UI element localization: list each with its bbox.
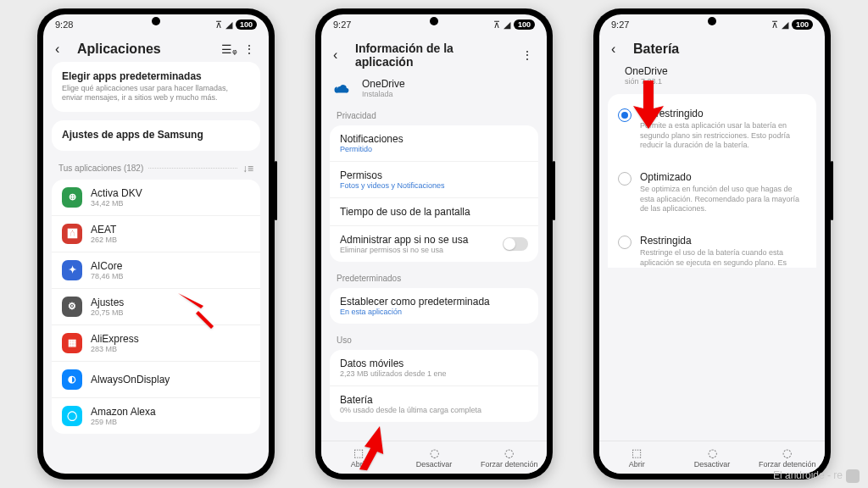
settings-row[interactable]: Batería0% usado desde la última carga co… (330, 386, 538, 422)
disable-icon: ◌ (675, 446, 750, 459)
app-name: Ajustes (91, 297, 124, 308)
back-icon[interactable]: ‹ (611, 42, 625, 57)
status-icons: ⊼ ◢ 100 (493, 19, 535, 30)
app-size: 34,42 MB (91, 199, 142, 208)
signal-icon: ◢ (225, 19, 232, 30)
settings-row[interactable]: Establecer como predeterminadaEn esta ap… (330, 288, 538, 324)
screen-header: ‹ Batería (599, 35, 825, 62)
page-title: Información de la aplicación (355, 42, 515, 69)
wifi-icon: ⊼ (771, 19, 778, 30)
app-size: 78,46 MB (91, 272, 124, 280)
signal-icon: ◢ (504, 19, 510, 30)
svg-marker-1 (359, 426, 383, 470)
more-icon[interactable]: ⋮ (242, 42, 257, 56)
app-size: 283 MB (91, 345, 139, 353)
option-title: Restringida (640, 235, 806, 247)
app-row[interactable]: ◐ AlwaysOnDisplay (52, 362, 260, 398)
battery-pill: 100 (236, 19, 257, 30)
usage-card: Datos móviles2,23 MB utilizados desde 1 … (330, 350, 538, 422)
disable-icon: ◌ (397, 446, 472, 459)
watermark-logo-icon (846, 469, 860, 483)
svg-marker-0 (178, 293, 214, 329)
phone-frame-appinfo: 9:27 ⊼ ◢ 100 ‹ Información de la aplicac… (315, 8, 553, 480)
settings-row[interactable]: Administrar app si no se usaEliminar per… (330, 226, 538, 262)
wifi-icon: ⊼ (493, 19, 500, 30)
force-icon: ◌ (749, 446, 825, 459)
app-name: AlwaysOnDisplay (91, 374, 170, 385)
onedrive-icon (331, 77, 353, 99)
default-apps-card[interactable]: Elegir apps predeterminadas Elige qué ap… (52, 62, 260, 112)
status-time: 9:28 (55, 19, 73, 30)
app-row[interactable]: 🅰 AEAT 262 MB (52, 216, 260, 252)
watermark: El androide - re (773, 469, 860, 483)
row-label: Establecer como predeterminada (340, 296, 528, 308)
app-size: 20,75 MB (91, 308, 124, 317)
row-label: Tiempo de uso de la pantalla (340, 206, 528, 218)
app-row[interactable]: ▦ AliExpress 283 MB (52, 325, 260, 362)
app-name: AICore (91, 260, 124, 272)
app-name: Amazon Alexa (91, 406, 156, 418)
radio-button[interactable] (618, 236, 632, 249)
app-icon: ⊕ (62, 187, 82, 208)
card-title: Ajustes de apps de Samsung (62, 129, 250, 141)
app-icon: ⚙ (62, 297, 82, 317)
section-defaults: Predeterminados (330, 270, 538, 288)
settings-row[interactable]: Tiempo de uso de la pantalla (330, 198, 538, 226)
sort-icon[interactable]: ↓≡ (242, 163, 253, 175)
wifi-icon: ⊼ (215, 19, 222, 30)
app-icon: ◯ (62, 406, 82, 426)
disable-button[interactable]: ◌Desactivar (675, 441, 750, 474)
status-icons: ⊼ ◢ 100 (215, 19, 257, 30)
battery-pill: 100 (514, 19, 535, 30)
radio-button[interactable] (618, 172, 632, 186)
row-label: Notificaciones (340, 133, 528, 145)
settings-row[interactable]: Datos móviles2,23 MB utilizados desde 1 … (330, 350, 538, 386)
app-sub: Instalada (362, 90, 405, 98)
svg-marker-2 (633, 80, 664, 129)
red-arrow-icon (623, 80, 674, 131)
toggle-switch[interactable] (503, 237, 528, 251)
red-arrow-icon (173, 288, 224, 339)
battery-pill: 100 (792, 19, 813, 30)
app-row[interactable]: ⚙ Ajustes 20,75 MB (52, 289, 260, 325)
back-icon[interactable]: ‹ (333, 47, 347, 63)
battery-option[interactable]: Restringida Restringe el uso de la bater… (608, 225, 816, 267)
settings-row[interactable]: NotificacionesPermitido (330, 125, 538, 162)
row-value: En esta aplicación (340, 308, 528, 316)
app-icon: ✦ (62, 260, 82, 280)
row-value: Permitido (340, 145, 528, 153)
disable-button[interactable]: ◌Desactivar (397, 441, 472, 474)
back-icon[interactable]: ‹ (55, 42, 69, 57)
option-title: Optimizado (640, 171, 806, 183)
app-name: AEAT (91, 224, 117, 236)
battery-option[interactable]: Optimizado Se optimiza en función del us… (608, 161, 816, 225)
row-label: Permisos (340, 169, 528, 181)
app-name: Activa DKV (91, 187, 142, 199)
phone-frame-apps: 9:28 ⊼ ◢ 100 ‹ Aplicaciones ☰ᵩ ⋮ Elegir … (37, 8, 275, 480)
app-size: 262 MB (91, 236, 117, 244)
section-privacy: Privacidad (330, 108, 538, 125)
more-icon[interactable]: ⋮ (520, 48, 535, 62)
open-button[interactable]: ⬚Abrir (599, 441, 675, 474)
settings-row[interactable]: PermisosFotos y videos y Notificaciones (330, 162, 538, 198)
row-label: Datos móviles (340, 358, 528, 369)
row-value: 0% usado desde la última carga completa (340, 406, 528, 414)
app-icon: ◐ (62, 369, 82, 390)
phone-frame-battery: 9:27 ⊼ ◢ 100 ‹ Batería OneDrive sión 7.2… (593, 8, 831, 480)
privacy-card: NotificacionesPermitidoPermisosFotos y v… (330, 125, 538, 262)
samsung-apps-card[interactable]: Ajustes de apps de Samsung (52, 120, 260, 151)
force-icon: ◌ (471, 446, 547, 459)
app-name: AliExpress (91, 333, 139, 345)
app-row[interactable]: ◯ Amazon Alexa 259 MB (52, 398, 260, 434)
app-icon: ▦ (62, 333, 82, 353)
apps-list: ⊕ Activa DKV 34,42 MB🅰 AEAT 262 MB✦ AICo… (52, 180, 260, 434)
defaults-card: Establecer como predeterminadaEn esta ap… (330, 288, 538, 324)
signal-icon: ◢ (782, 19, 788, 30)
force-stop-button[interactable]: ◌Forzar detención (471, 441, 547, 474)
app-row[interactable]: ✦ AICore 78,46 MB (52, 252, 260, 289)
page-title: Aplicaciones (77, 42, 216, 57)
app-row[interactable]: ⊕ Activa DKV 34,42 MB (52, 180, 260, 216)
card-desc: Elige qué aplicaciones usar para hacer l… (62, 84, 250, 103)
search-icon[interactable]: ☰ᵩ (221, 42, 236, 56)
status-icons: ⊼ ◢ 100 (771, 19, 813, 30)
